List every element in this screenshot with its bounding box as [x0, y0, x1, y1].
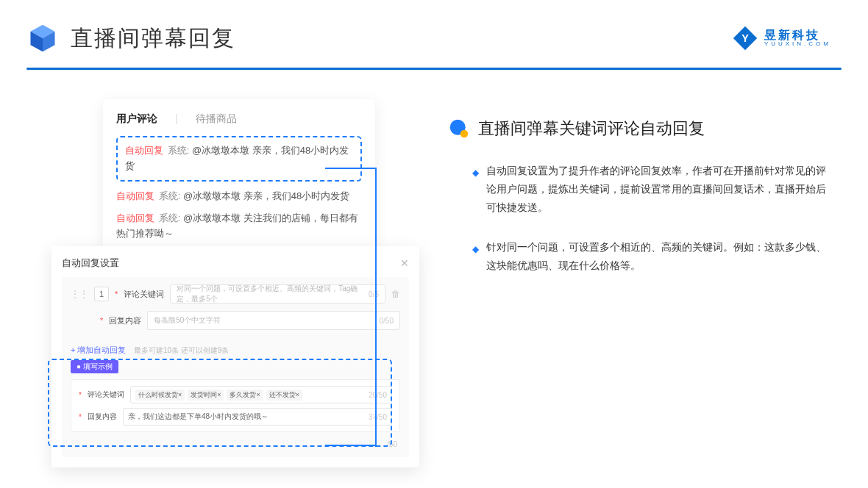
- content-label: 回复内容: [109, 315, 141, 326]
- ex-kw-input[interactable]: 什么时候发货× 发货时间× 多久发货× 还不发货× 20/50: [130, 386, 392, 403]
- counter: 0/50: [380, 317, 394, 325]
- chip[interactable]: 发货时间×: [188, 390, 224, 401]
- drag-handle-icon[interactable]: ⋮⋮: [71, 289, 88, 299]
- rule-number: 1: [94, 287, 109, 301]
- sys-label: 系统:: [159, 190, 181, 201]
- required-star: *: [79, 391, 82, 399]
- cube-icon: [26, 22, 59, 54]
- tab-user-comments[interactable]: 用户评论: [116, 112, 157, 126]
- comment-row: 自动回复 系统: @冰墩墩本墩 亲亲，我们48小时内发货: [116, 189, 362, 204]
- page-header: 直播间弹幕回复 Y 昱新科技 YUUXIN.COM: [0, 0, 868, 54]
- brand-logo: Y 昱新科技 YUUXIN.COM: [732, 25, 831, 51]
- diamond-bullet-icon: ◆: [472, 165, 479, 218]
- settings-header: 自动回复设置 ✕: [62, 256, 409, 277]
- add-rule-row: + 增加自动回复 最多可建10条 还可以创建9条: [71, 337, 400, 359]
- comment-text: 亲亲，我们48小时内发货: [243, 190, 349, 201]
- counter: 20/50: [369, 391, 387, 399]
- chip[interactable]: 什么时候发货×: [135, 390, 185, 401]
- placeholder: 对同一个问题，可设置多个相近、高频的关键词，Tag确定，最多5个: [177, 284, 369, 304]
- bullet-item: ◆ 自动回复设置为了提升作者的评论回复效率，作者可在开播前针对常见的评论用户问题…: [449, 162, 831, 218]
- auto-reply-tag: 自动回复: [116, 190, 154, 201]
- keyword-input[interactable]: 对同一个问题，可设置多个相近、高频的关键词，Tag确定，最多5个 0/5: [170, 284, 385, 304]
- section-title-row: 直播间弹幕关键词评论自动回复: [449, 118, 831, 140]
- connector-line: [375, 168, 377, 447]
- auto-reply-tag: 自动回复: [116, 212, 154, 223]
- logo-cn: 昱新科技: [764, 29, 820, 42]
- chat-bubble-icon: [449, 118, 469, 139]
- example-content-row: * 回复内容 亲，我们这边都是下单48小时内发货的哦～ 37/50: [79, 408, 392, 426]
- keyword-label: 评论关键词: [124, 289, 164, 300]
- ex-content-value: 亲，我们这边都是下单48小时内发货的哦～: [128, 412, 268, 422]
- at-user: @冰墩墩本墩: [183, 190, 241, 201]
- placeholder: 每条限50个中文字符: [154, 315, 221, 326]
- required-star: *: [79, 413, 82, 421]
- bullet-text: 自动回复设置为了提升作者的评论回复效率，作者可在开播前针对常见的评论用户问题，提…: [486, 162, 831, 218]
- sys-label: 系统:: [168, 145, 190, 156]
- diamond-bullet-icon: ◆: [472, 242, 479, 275]
- bottom-counter: /50: [387, 440, 397, 448]
- example-keyword-row: * 评论关键词 什么时候发货× 发货时间× 多久发货× 还不发货× 20/50: [79, 386, 392, 403]
- ex-content-input[interactable]: 亲，我们这边都是下单48小时内发货的哦～ 37/50: [123, 408, 392, 426]
- content-input[interactable]: 每条限50个中文字符 0/50: [147, 311, 400, 330]
- svg-point-6: [460, 130, 469, 138]
- tab-pending-goods[interactable]: 待播商品: [196, 112, 237, 126]
- required-star: *: [115, 290, 118, 298]
- sys-label: 系统:: [159, 212, 181, 223]
- settings-card: 自动回复设置 ✕ ⋮⋮ 1 * 评论关键词 对同一个问题，可设置多个相近、高频的…: [51, 246, 419, 467]
- header-left: 直播间弹幕回复: [26, 22, 235, 54]
- chip[interactable]: 多久发货×: [227, 390, 263, 401]
- logo-diamond-icon: Y: [732, 25, 758, 51]
- settings-title: 自动回复设置: [62, 256, 119, 270]
- bullet-text: 针对同一个问题，可设置多个相近的、高频的关键词。例如：这款多少钱、这块能优惠吗、…: [486, 238, 831, 275]
- at-user: @冰墩墩本墩: [192, 145, 249, 156]
- svg-text:Y: Y: [741, 32, 749, 44]
- counter: 0/5: [369, 290, 379, 298]
- trash-icon[interactable]: 🗑: [391, 289, 400, 299]
- example-badge: ● 填写示例: [71, 360, 118, 373]
- tab-divider: |: [175, 112, 178, 126]
- auto-reply-tag: 自动回复: [125, 145, 163, 156]
- chip[interactable]: 还不发货×: [266, 390, 302, 401]
- tabs: 用户评论 | 待播商品: [116, 112, 362, 126]
- connector-line: [325, 445, 377, 446]
- section-title: 直播间弹幕关键词评论自动回复: [478, 118, 705, 140]
- ex-content-label: 回复内容: [88, 412, 117, 422]
- page-title: 直播间弹幕回复: [71, 24, 235, 54]
- comment-row-highlighted: 自动回复 系统: @冰墩墩本墩 亲亲，我们48小时内发货: [116, 136, 362, 182]
- content-row: * 回复内容 每条限50个中文字符 0/50: [71, 311, 400, 330]
- keyword-row: ⋮⋮ 1 * 评论关键词 对同一个问题，可设置多个相近、高频的关键词，Tag确定…: [71, 284, 400, 304]
- comment-row: 自动回复 系统: @冰墩墩本墩 关注我们的店铺，每日都有热门推荐呦～: [116, 211, 362, 242]
- logo-en: YUUXIN.COM: [764, 41, 831, 48]
- counter: 37/50: [369, 413, 387, 421]
- bullet-item: ◆ 针对同一个问题，可设置多个相近的、高频的关键词。例如：这款多少钱、这块能优惠…: [449, 238, 831, 275]
- required-star: *: [100, 316, 103, 325]
- screenshot-column: 用户评论 | 待播商品 自动回复 系统: @冰墩墩本墩 亲亲，我们48小时内发货…: [51, 99, 419, 295]
- add-hint: 最多可建10条 还可以创建9条: [134, 346, 229, 354]
- description-column: 直播间弹幕关键词评论自动回复 ◆ 自动回复设置为了提升作者的评论回复效率，作者可…: [449, 99, 831, 295]
- example-box: * 评论关键词 什么时候发货× 发货时间× 多久发货× 还不发货× 20/50: [71, 379, 400, 432]
- ex-kw-label: 评论关键词: [88, 390, 124, 400]
- chips: 什么时候发货× 发货时间× 多久发货× 还不发货×: [135, 390, 302, 401]
- at-user: @冰墩墩本墩: [183, 212, 241, 223]
- comments-card: 用户评论 | 待播商品 自动回复 系统: @冰墩墩本墩 亲亲，我们48小时内发货…: [103, 99, 375, 256]
- close-icon[interactable]: ✕: [400, 257, 409, 269]
- add-rule-link[interactable]: + 增加自动回复: [71, 345, 126, 356]
